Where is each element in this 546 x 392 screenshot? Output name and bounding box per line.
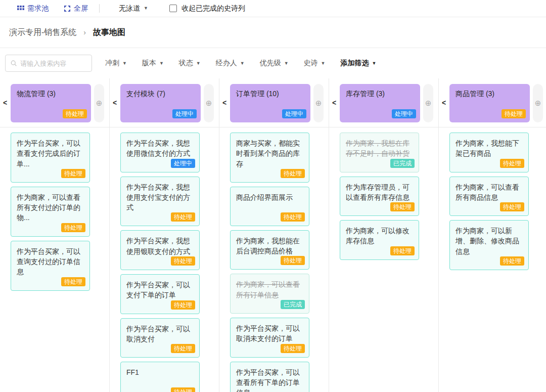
chevron-down-icon: ▼ — [144, 6, 148, 11]
filter-dropdown-label: 冲刺 — [105, 59, 119, 68]
filter-dropdowns: 冲刺▼版本▼状态▼经办人▼优先级▼史诗▼ — [105, 59, 326, 68]
breadcrumb-separator-icon: › — [83, 28, 86, 36]
collapse-column-icon[interactable]: < — [3, 99, 7, 107]
filter-dropdown-版本[interactable]: 版本▼ — [142, 59, 164, 68]
epic-card[interactable]: 物流管理 (3)待处理 — [11, 84, 91, 122]
epic-title: 订单管理 (10) — [236, 90, 304, 99]
story-card[interactable]: 作为商家，可以新增、删除、修改商品信息待处理 — [449, 220, 529, 270]
story-card-text: 作为商家，我想在库存不足时，自动补货 — [346, 138, 414, 159]
story-card[interactable]: 作为平台买家，我想使用银联支付的方式待处理 — [120, 230, 200, 270]
story-card[interactable]: 作为平台买家，可以取消未支付的订单待处理 — [230, 318, 309, 358]
filter-dropdown-label: 优先级 — [260, 59, 281, 68]
collapse-completed-checkbox-group[interactable]: 收起已完成的史诗列 — [169, 4, 245, 13]
epic-header: <物流管理 (3)待处理⊕ — [0, 78, 109, 127]
breadcrumb-project[interactable]: 演示专用-销售系统 — [9, 27, 76, 38]
story-card[interactable]: 作为平台买家，可以查看所有下单的订单信息待处理 — [230, 362, 309, 392]
add-story-button[interactable]: ⊕ — [204, 84, 214, 122]
story-card[interactable]: 作为商家，我想能在后台调控商品价格待处理 — [230, 230, 309, 270]
epic-status-badge: 处理中 — [392, 109, 416, 118]
story-card-text: FF1 — [126, 367, 194, 377]
story-card[interactable]: 作为库存管理员，可以查看所有库存信息待处理 — [340, 177, 419, 216]
story-card-text: 作为商家，可以新增、删除、修改商品信息 — [456, 226, 523, 256]
story-card-text: 商家与买家，都能实时看到某个商品的库存 — [236, 138, 304, 169]
story-card[interactable]: 作为平台买家，我想使用支付宝支付的方式待处理 — [120, 177, 200, 227]
epic-status-badge: 待处理 — [63, 109, 87, 118]
breadcrumb: 演示专用-销售系统 › 故事地图 — [0, 17, 546, 48]
requirement-pool-button[interactable]: 需求池 — [17, 4, 49, 13]
add-story-button[interactable]: ⊕ — [533, 84, 543, 122]
story-card[interactable]: 作为平台买家，可以查询支付过的订单信息待处理 — [11, 241, 90, 291]
status-badge: 待处理 — [500, 256, 524, 266]
story-card-text: 作为平台买家，我想使用银联支付的方式 — [126, 236, 194, 256]
story-card[interactable]: 商品介绍界面展示待处理 — [230, 187, 309, 226]
epic-title: 物流管理 (3) — [17, 90, 85, 99]
story-card[interactable]: 作为平台买家，可以取消支付待处理 — [120, 318, 200, 358]
story-card-text: 作为平台买家，可以查询支付过的订单信息 — [17, 246, 84, 277]
swimlane-label: 无泳道 — [119, 4, 140, 13]
story-card[interactable]: 商家与买家，都能实时看到某个商品的库存待处理 — [230, 133, 309, 183]
add-story-button[interactable]: ⊕ — [94, 84, 104, 122]
status-badge: 待处理 — [171, 344, 195, 353]
epic-status-badge: 处理中 — [172, 109, 197, 118]
story-card[interactable]: 作为商家，可以查看所有商品信息待处理 — [449, 177, 529, 216]
story-card-text: 作为库存管理员，可以查看所有库存信息 — [346, 182, 414, 203]
epic-title: 商品管理 (3) — [456, 90, 524, 99]
plus-circle-icon: ⊕ — [315, 99, 322, 108]
epic-header: <库存管理 (3)处理中⊕ — [329, 78, 438, 127]
filter-dropdown-label: 版本 — [142, 59, 156, 68]
epic-card[interactable]: 商品管理 (3)待处理 — [449, 84, 530, 122]
story-card-text: 作为平台买家，我想使用微信支付的方式 — [126, 138, 194, 159]
story-card[interactable]: 作为平台买家，可以支付下单的订单待处理 — [120, 274, 200, 314]
fullscreen-button[interactable]: 全屏 — [64, 4, 88, 13]
plus-circle-icon: ⊕ — [425, 99, 432, 108]
swimlane-dropdown[interactable]: 无泳道 ▼ — [119, 4, 148, 13]
epic-column: <订单管理 (10)处理中⊕商家与买家，都能实时看到某个商品的库存待处理商品介绍… — [219, 78, 329, 392]
epic-header: <订单管理 (10)处理中⊕ — [219, 78, 329, 127]
epic-card[interactable]: 库存管理 (3)处理中 — [340, 84, 420, 122]
epic-card[interactable]: 订单管理 (10)处理中 — [230, 84, 310, 122]
filter-dropdown-状态[interactable]: 状态▼ — [179, 59, 201, 68]
filter-dropdown-史诗[interactable]: 史诗▼ — [304, 59, 326, 68]
chevron-down-icon: ▼ — [321, 61, 326, 66]
story-map-board: <物流管理 (3)待处理⊕作为平台买家，可以查看支付完成后的订单...待处理作为… — [0, 78, 546, 392]
status-badge: 待处理 — [61, 223, 85, 232]
story-card[interactable]: 作为商家，我想在库存不足时，自动补货已完成 — [340, 133, 419, 172]
filter-dropdown-优先级[interactable]: 优先级▼ — [260, 59, 289, 68]
epic-column: <库存管理 (3)处理中⊕作为商家，我想在库存不足时，自动补货已完成作为库存管理… — [329, 78, 439, 392]
collapse-column-icon[interactable]: < — [113, 99, 117, 107]
collapse-column-icon[interactable]: < — [332, 99, 336, 107]
search-icon — [11, 60, 17, 67]
story-card[interactable]: 作为平台买家，我想使用微信支付的方式处理中 — [120, 133, 200, 172]
collapse-column-icon[interactable]: < — [222, 99, 226, 107]
story-card-text: 作为商家，我想能在后台调控商品价格 — [236, 236, 304, 256]
epic-status-badge: 待处理 — [502, 109, 526, 118]
filter-dropdown-经办人[interactable]: 经办人▼ — [216, 59, 245, 68]
filter-dropdown-label: 状态 — [179, 59, 193, 68]
chevron-down-icon: ▼ — [122, 61, 127, 66]
story-card[interactable]: 作为商家，可以查看所有订单信息已完成 — [230, 274, 309, 314]
story-card[interactable]: 作为商家，我想能下架已有商品待处理 — [449, 133, 529, 172]
search-box[interactable] — [5, 55, 92, 72]
search-input[interactable] — [20, 60, 86, 67]
status-badge: 待处理 — [390, 246, 415, 255]
add-story-button[interactable]: ⊕ — [423, 84, 433, 122]
fullscreen-label: 全屏 — [74, 4, 88, 13]
status-badge: 待处理 — [281, 169, 305, 178]
filter-dropdown-冲刺[interactable]: 冲刺▼ — [105, 59, 127, 68]
epic-card[interactable]: 支付模块 (7)处理中 — [120, 84, 201, 122]
story-card[interactable]: 作为商家，可以查看所有支付过的订单的物...待处理 — [11, 187, 90, 237]
epic-title: 支付模块 (7) — [126, 90, 195, 99]
story-card-list: 作为平台买家，我想使用微信支付的方式处理中作为平台买家，我想使用支付宝支付的方式… — [110, 127, 219, 392]
add-story-button[interactable]: ⊕ — [313, 84, 324, 122]
story-card-text: 作为平台买家，可以查看所有下单的订单信息 — [236, 367, 304, 392]
story-card[interactable]: 作为商家，可以修改库存信息待处理 — [340, 220, 419, 260]
chevron-down-icon: ▼ — [196, 61, 201, 66]
story-card[interactable]: FF1待处理 — [120, 362, 200, 392]
add-filter-button[interactable]: 添加筛选 ▼ — [341, 59, 377, 68]
checkbox[interactable] — [169, 5, 177, 12]
collapse-column-icon[interactable]: < — [442, 99, 446, 107]
filter-dropdown-label: 经办人 — [216, 59, 237, 68]
status-badge: 待处理 — [171, 387, 195, 392]
story-card-text: 作为平台买家，可以取消未支付的订单 — [236, 323, 304, 344]
story-card[interactable]: 作为平台买家，可以查看支付完成后的订单...待处理 — [11, 133, 90, 183]
